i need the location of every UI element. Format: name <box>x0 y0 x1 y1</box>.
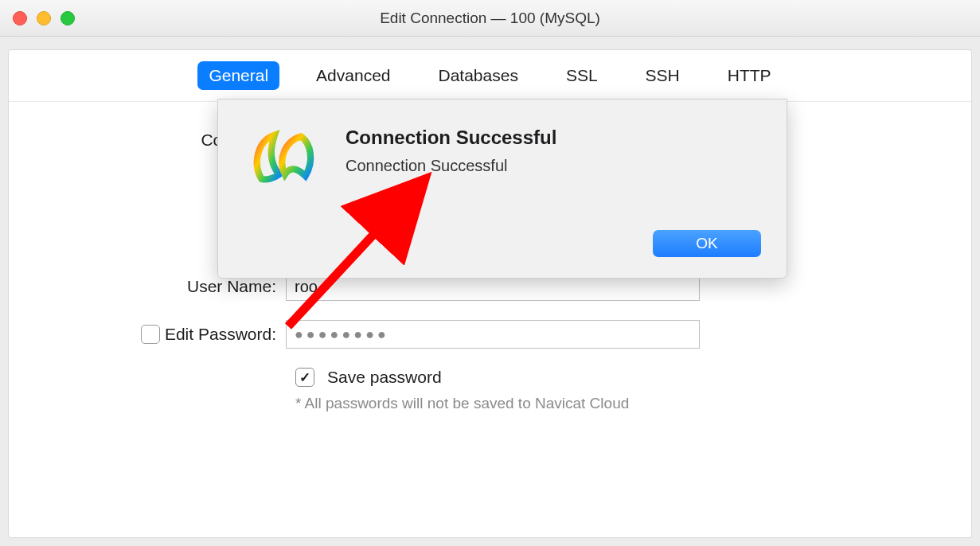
window-title: Edit Connection — 100 (MySQL) <box>0 10 980 27</box>
save-password-row: Save password <box>295 368 971 387</box>
edit-password-label: Edit Password: <box>165 325 276 344</box>
tab-http[interactable]: HTTP <box>716 61 783 90</box>
tab-advanced[interactable]: Advanced <box>305 61 401 90</box>
dialog-title: Connection Successful <box>346 127 556 149</box>
edit-password-checkbox[interactable] <box>141 325 160 344</box>
navicat-logo-icon <box>247 122 320 195</box>
user-name-label: User Name: <box>9 277 286 296</box>
connection-result-dialog: Connection Successful Connection Success… <box>217 99 787 279</box>
save-password-label: Save password <box>327 368 442 387</box>
tab-databases[interactable]: Databases <box>428 61 529 90</box>
tab-general[interactable]: General <box>197 61 279 90</box>
password-mask: ●●●●●●●● <box>295 326 389 343</box>
tab-bar: General Advanced Databases SSL SSH HTTP <box>9 50 971 102</box>
titlebar: Edit Connection — 100 (MySQL) <box>0 0 980 37</box>
save-password-checkbox[interactable] <box>295 368 314 387</box>
dialog-message: Connection Successful <box>346 157 556 175</box>
tab-ssl[interactable]: SSL <box>555 61 609 90</box>
zoom-window-icon[interactable] <box>61 11 75 25</box>
close-window-icon[interactable] <box>13 11 27 25</box>
password-hint: * All passwords will not be saved to Nav… <box>295 395 971 412</box>
minimize-window-icon[interactable] <box>37 11 51 25</box>
window-controls <box>0 11 75 25</box>
password-input[interactable]: ●●●●●●●● <box>286 320 700 349</box>
edit-password-row: Edit Password: ●●●●●●●● <box>9 320 971 349</box>
tab-ssh[interactable]: SSH <box>634 61 691 90</box>
ok-button[interactable]: OK <box>653 230 761 257</box>
